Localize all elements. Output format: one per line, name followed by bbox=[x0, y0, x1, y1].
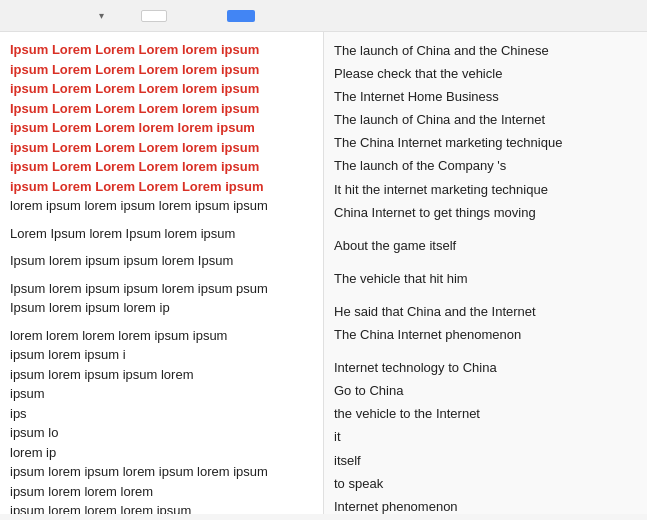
translation-line: Internet phenomenon bbox=[334, 496, 637, 514]
tab-english-source[interactable] bbox=[34, 10, 60, 22]
source-text[interactable]: Ipsum Lorem Lorem Lorem lorem ipsumipsum… bbox=[10, 40, 313, 514]
tab-spanish-source[interactable] bbox=[8, 10, 34, 22]
right-language-tabs bbox=[141, 10, 219, 22]
translation-line: Please check that the vehicle bbox=[334, 63, 637, 85]
translation-line: itself bbox=[334, 450, 637, 472]
translation-line: The Internet Home Business bbox=[334, 86, 637, 108]
top-bar: ▾ bbox=[0, 0, 647, 32]
translation-line: China Internet to get things moving bbox=[334, 202, 637, 224]
translation-line: It hit the internet marketing technique bbox=[334, 179, 637, 201]
translation-text: The launch of China and the ChinesePleas… bbox=[334, 40, 637, 514]
translation-line: The launch of China and the Chinese bbox=[334, 40, 637, 62]
tab-english-target[interactable] bbox=[141, 10, 167, 22]
left-language-tabs: ▾ bbox=[8, 4, 113, 27]
translation-line: it bbox=[334, 426, 637, 448]
translation-line: The vehicle that hit him bbox=[334, 268, 637, 290]
translation-line: Internet technology to China bbox=[334, 357, 637, 379]
translation-line: Go to China bbox=[334, 380, 637, 402]
translation-line: The China Internet marketing technique bbox=[334, 132, 637, 154]
translation-line: About the game itself bbox=[334, 235, 637, 257]
tab-afrikaans-source[interactable] bbox=[60, 10, 86, 22]
translation-line: the vehicle to the Internet bbox=[334, 403, 637, 425]
chevron-down-icon: ▾ bbox=[99, 10, 104, 21]
translation-line: to speak bbox=[334, 473, 637, 495]
source-panel: Ipsum Lorem Lorem Lorem lorem ipsumipsum… bbox=[0, 32, 324, 514]
translation-line: The China Internet phenomenon bbox=[334, 324, 637, 346]
translation-panel: The launch of China and the ChinesePleas… bbox=[324, 32, 647, 514]
main-area: Ipsum Lorem Lorem Lorem lorem ipsumipsum… bbox=[0, 32, 647, 514]
swap-languages-button[interactable] bbox=[121, 12, 133, 20]
tab-latin-detected-source[interactable]: ▾ bbox=[86, 4, 113, 27]
translate-button[interactable] bbox=[227, 10, 255, 22]
translation-line: The launch of China and the Internet bbox=[334, 109, 637, 131]
translation-line: He said that China and the Internet bbox=[334, 301, 637, 323]
tab-arabic-target[interactable] bbox=[193, 10, 219, 22]
tab-spanish-target[interactable] bbox=[167, 10, 193, 22]
translation-line: The launch of the Company 's bbox=[334, 155, 637, 177]
clear-button[interactable] bbox=[307, 40, 315, 44]
